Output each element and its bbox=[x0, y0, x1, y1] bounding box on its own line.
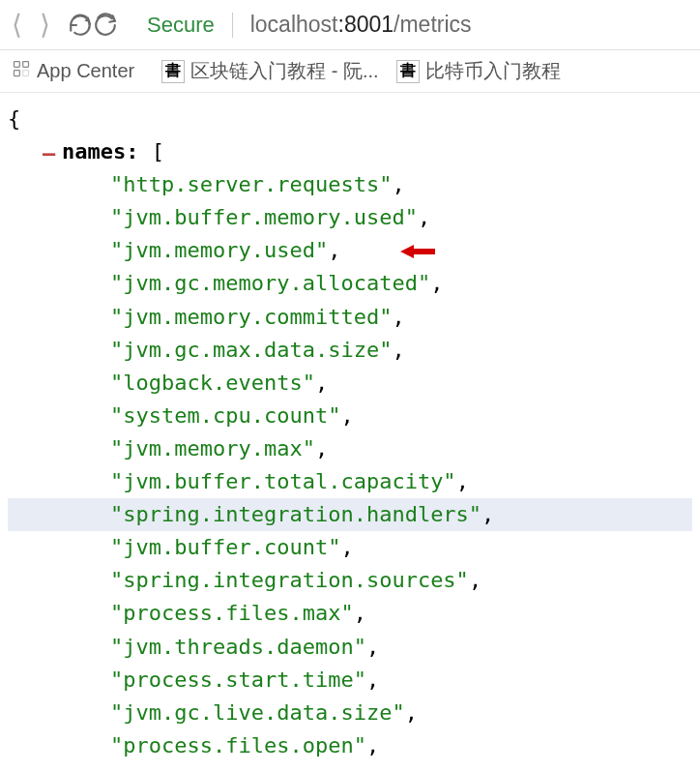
bookmark-label: 区块链入门教程 - 阮... bbox=[190, 58, 378, 84]
svg-marker-4 bbox=[400, 245, 435, 258]
json-string-value: "jvm.gc.live.data.size" bbox=[110, 700, 405, 725]
comma: , bbox=[366, 733, 379, 757]
bookmark-app-center[interactable]: App Center bbox=[12, 59, 134, 83]
favicon-icon: 書 bbox=[396, 60, 420, 83]
bookmark-blockchain-tutorial[interactable]: 書 区块链入门教程 - 阮... bbox=[161, 58, 378, 84]
json-array-item[interactable]: "jvm.gc.memory.allocated", bbox=[8, 267, 692, 300]
open-brace: { bbox=[8, 103, 692, 135]
comma: , bbox=[354, 601, 366, 625]
back-button[interactable]: ⟨ bbox=[12, 12, 22, 39]
comma: , bbox=[430, 271, 443, 295]
json-string-value: "jvm.memory.used" bbox=[110, 238, 328, 262]
json-array-item[interactable]: "process.start.time", bbox=[8, 664, 692, 697]
reload-icon[interactable] bbox=[93, 13, 118, 38]
json-array-item[interactable]: "process.files.max", bbox=[8, 597, 692, 630]
json-array-item[interactable]: "spring.integration.sources", bbox=[8, 564, 692, 597]
comma: , bbox=[469, 568, 481, 592]
json-array-item[interactable]: "jvm.memory.committed", bbox=[8, 301, 692, 334]
comma: , bbox=[456, 469, 469, 493]
json-array-item[interactable]: "system.cpu.count", bbox=[8, 400, 692, 432]
json-string-value: "jvm.buffer.count" bbox=[110, 535, 340, 559]
json-string-value: "jvm.gc.memory.allocated" bbox=[110, 271, 430, 295]
comma: , bbox=[328, 238, 340, 262]
json-string-value: "http.server.requests" bbox=[110, 172, 392, 196]
forward-button[interactable]: ⟩ bbox=[40, 12, 50, 39]
json-array-item[interactable]: "jvm.gc.max.data.size", bbox=[8, 334, 692, 367]
json-string-value: "process.start.time" bbox=[110, 668, 366, 692]
json-array-item[interactable]: "jvm.buffer.count", bbox=[8, 531, 692, 564]
json-key: names: bbox=[62, 139, 138, 163]
json-array-item[interactable]: "http.server.requests", bbox=[8, 168, 692, 201]
json-key-row: – names: [ bbox=[8, 135, 692, 168]
browser-toolbar: ⟨ ⟩ Secure localhost:8001/metrics bbox=[0, 0, 700, 50]
open-bracket-char: [ bbox=[152, 139, 164, 163]
json-string-value: "jvm.gc.max.data.size" bbox=[110, 338, 392, 362]
bookmark-label: 比特币入门教程 bbox=[425, 58, 561, 84]
comma: , bbox=[340, 535, 353, 559]
svg-rect-0 bbox=[15, 62, 20, 68]
apps-icon bbox=[12, 59, 31, 83]
comma: , bbox=[366, 668, 379, 692]
json-array-item[interactable]: "jvm.memory.max", bbox=[8, 432, 692, 465]
comma: , bbox=[392, 338, 404, 362]
json-string-value: "system.cpu.count" bbox=[110, 403, 340, 428]
json-string-value: "jvm.threads.daemon" bbox=[110, 635, 366, 659]
json-string-value: "process.files.max" bbox=[110, 601, 354, 625]
address-bar[interactable]: localhost:8001/metrics bbox=[250, 12, 472, 38]
svg-rect-2 bbox=[15, 71, 20, 76]
json-array-item[interactable]: "jvm.memory.used", bbox=[8, 234, 692, 267]
comma: , bbox=[366, 635, 379, 659]
json-string-value: "logback.events" bbox=[110, 371, 315, 395]
bookmark-label: App Center bbox=[37, 60, 134, 82]
bookmark-bitcoin-tutorial[interactable]: 書 比特币入门教程 bbox=[396, 58, 561, 84]
svg-rect-3 bbox=[23, 71, 29, 76]
url-port: :8001 bbox=[338, 12, 394, 38]
json-string-value: "jvm.buffer.total.capacity" bbox=[110, 469, 456, 493]
collapse-toggle[interactable]: – bbox=[43, 137, 55, 170]
json-array-item[interactable]: "jvm.buffer.memory.used", bbox=[8, 201, 692, 234]
pointer-arrow-icon bbox=[400, 238, 435, 271]
json-viewer: { – names: [ "http.server.requests","jvm… bbox=[0, 93, 700, 772]
comma: , bbox=[418, 205, 430, 229]
json-string-value: "process.files.open" bbox=[110, 733, 366, 757]
url-host: localhost bbox=[250, 12, 338, 38]
json-array-item[interactable]: "process.files.open", bbox=[8, 729, 692, 762]
url-path: /metrics bbox=[394, 12, 472, 38]
comma: , bbox=[315, 371, 328, 395]
json-string-value: "spring.integration.handlers" bbox=[110, 502, 481, 526]
comma: , bbox=[481, 502, 494, 526]
svg-rect-1 bbox=[23, 62, 29, 68]
json-string-value: "jvm.memory.committed" bbox=[110, 305, 392, 329]
bookmarks-bar: App Center 書 区块链入门教程 - 阮... 書 比特币入门教程 bbox=[0, 50, 700, 93]
secure-indicator: Secure bbox=[147, 13, 215, 38]
comma: , bbox=[392, 305, 404, 329]
reload-button[interactable] bbox=[68, 13, 93, 38]
favicon-icon: 書 bbox=[161, 60, 185, 83]
toolbar-divider bbox=[232, 13, 233, 38]
json-array-item[interactable]: "jvm.buffer.total.capacity", bbox=[8, 465, 692, 498]
json-array-item[interactable]: "jvm.threads.daemon", bbox=[8, 631, 692, 664]
json-array-item[interactable]: "logback.events", bbox=[8, 367, 692, 400]
comma: , bbox=[405, 700, 418, 725]
json-string-value: "jvm.buffer.memory.used" bbox=[110, 205, 418, 229]
json-string-value: "jvm.memory.max" bbox=[110, 436, 315, 460]
comma: , bbox=[340, 403, 353, 428]
json-string-value: "spring.integration.sources" bbox=[110, 568, 469, 592]
json-array-item[interactable]: "jvm.gc.live.data.size", bbox=[8, 697, 692, 729]
json-array-item[interactable]: "spring.integration.handlers", bbox=[8, 498, 692, 531]
comma: , bbox=[315, 436, 328, 460]
comma: , bbox=[392, 172, 404, 196]
